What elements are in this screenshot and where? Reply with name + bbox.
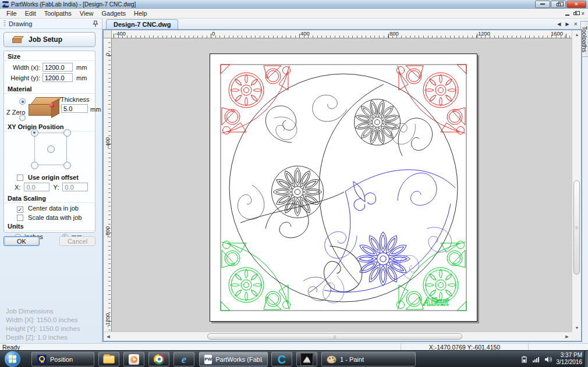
scroll-up-icon[interactable]: ▲: [572, 30, 582, 38]
partworks-icon: PW: [204, 355, 212, 364]
scroll-left-icon[interactable]: ◀: [104, 333, 113, 341]
corner-ornament-top-right: [397, 65, 467, 134]
corner-ornament-top-left: [221, 65, 291, 134]
x-offset-input[interactable]: [24, 183, 49, 191]
width-input[interactable]: [42, 63, 73, 72]
job-setup-form: Size Width (x): mm Height (y): mm Materi…: [3, 51, 95, 233]
tab-scroll-left-icon[interactable]: ◀: [557, 22, 561, 27]
job-dimensions-depth: Depth [Z]: 1.0 inches: [6, 333, 80, 341]
origin-top-right-radio[interactable]: [63, 129, 71, 137]
close-button[interactable]: ×: [566, 1, 586, 8]
scroll-right-icon[interactable]: ▶: [562, 333, 572, 341]
menu-edit[interactable]: Edit: [21, 9, 40, 17]
vruler-label: 0: [104, 46, 111, 63]
menu-file[interactable]: File: [2, 9, 21, 17]
center-data-label: Center data in job: [28, 205, 79, 212]
clock-time: 3:37 PM: [553, 352, 582, 359]
drawing-panel-title: Drawing: [9, 20, 32, 27]
material-zone: Z Zero Thickness (z): mm: [4, 95, 95, 122]
partworks-label: PartWorks (FabLa...: [215, 356, 263, 363]
canvas-region: Design-7 CNC.dwg ◀ ▶ × Toolpaths -400 0 …: [102, 19, 588, 343]
origin-top-left-radio[interactable]: [31, 129, 38, 137]
horizontal-ruler: -400 0 400 800 1200 1600: [112, 30, 572, 38]
drawing-area[interactable]: Alkut: [112, 38, 572, 332]
taskbar-button-position[interactable]: Position: [31, 352, 94, 366]
restore-icon: [557, 3, 561, 6]
position-app-icon: [37, 354, 47, 364]
minimize-button[interactable]: [535, 1, 550, 8]
title-bar: PW PartWorks (FabLab India) - [Design-7 …: [0, 0, 588, 9]
child-restore-icon[interactable]: [573, 12, 577, 15]
windows-logo-icon: [9, 355, 16, 363]
job-page: Alkut: [210, 54, 477, 322]
horizontal-scrollbar[interactable]: ◀ ▶: [104, 332, 572, 341]
origin-bottom-right-radio[interactable]: [63, 162, 71, 169]
document-tab-bar: Design-7 CNC.dwg ◀ ▶ ×: [102, 19, 588, 29]
z-zero-bottom-radio[interactable]: [19, 115, 26, 121]
menu-view[interactable]: View: [76, 9, 98, 17]
pin-icon[interactable]: [93, 20, 98, 27]
vertical-ruler: 0 -400 -800 -1200: [104, 38, 112, 332]
menu-gadgets[interactable]: Gadgets: [97, 9, 130, 17]
restore-button[interactable]: [551, 1, 566, 8]
child-minimize-icon[interactable]: [565, 15, 569, 16]
z-zero-top-radio[interactable]: [19, 98, 26, 105]
tab-design7[interactable]: Design-7 CNC.dwg: [106, 19, 178, 29]
tab-close-icon[interactable]: ×: [574, 20, 578, 27]
y-offset-input[interactable]: [62, 183, 88, 191]
window-title: PartWorks (FabLab India) - [Design-7 CNC…: [11, 1, 136, 8]
taskbar-button-explorer[interactable]: [98, 352, 119, 366]
scale-data-checkbox[interactable]: [17, 215, 23, 221]
job-dimensions-height: Height [Y]: 1150.0 inches: [6, 325, 80, 333]
vertical-scrollbar[interactable]: ▲ ▼: [572, 30, 581, 332]
start-button[interactable]: [5, 351, 20, 367]
material-section-label: Material: [4, 84, 95, 94]
panel-grip-icon[interactable]: [3, 20, 6, 27]
ok-button[interactable]: OK: [3, 236, 40, 246]
taskbar-button-chrome[interactable]: [148, 352, 169, 366]
job-setup-header: Job Setup: [3, 32, 95, 47]
taskbar-button-internet-explorer[interactable]: e: [173, 352, 194, 366]
paint-label: 1 - Paint: [340, 356, 364, 363]
center-data-checkbox[interactable]: ✓: [17, 206, 23, 213]
scroll-down-icon[interactable]: ▼: [572, 323, 582, 332]
taskbar-clock[interactable]: 3:37 PM 3/12/2016: [553, 352, 582, 366]
vertical-scroll-thumb[interactable]: [573, 180, 580, 275]
child-close-icon[interactable]: ×: [581, 11, 585, 17]
height-input[interactable]: [42, 73, 73, 82]
size-section-label: Size: [4, 51, 95, 61]
taskbar-button-paint[interactable]: 1 - Paint: [321, 352, 416, 366]
ruler-corner: [104, 30, 112, 38]
chrome-icon: [154, 354, 164, 365]
volume-icon[interactable]: [544, 356, 552, 363]
vruler-label: -800: [104, 223, 111, 241]
cnc-app-icon: [300, 353, 313, 366]
taskbar-button-partworks[interactable]: PW PartWorks (FabLa...: [199, 352, 268, 366]
width-label: Width (x):: [4, 64, 40, 71]
taskbar-button-c-app[interactable]: C: [271, 352, 292, 366]
origin-bottom-left-radio[interactable]: [31, 162, 38, 169]
media-player-icon: [129, 354, 139, 365]
network-icon[interactable]: [532, 356, 540, 363]
hruler-label: -400: [115, 30, 126, 37]
taskbar-button-media-player[interactable]: [123, 352, 144, 366]
horizontal-scroll-thumb[interactable]: [207, 333, 462, 340]
origin-diagram: [4, 133, 95, 171]
y-label: Y:: [53, 184, 59, 191]
taskbar: Position e PW PartWorks (FabLa... C: [0, 350, 588, 367]
menu-toolpaths[interactable]: Toolpaths: [40, 9, 76, 17]
tab-scroll-right-icon[interactable]: ▶: [565, 22, 569, 27]
app-logo-icon: PW: [2, 1, 9, 8]
origin-section-label: XY Origin Position: [4, 122, 95, 131]
thickness-unit: mm: [90, 106, 101, 113]
z-zero-marker-icon: [49, 103, 54, 108]
show-desktop-button[interactable]: [584, 351, 588, 367]
origin-offset-checkbox[interactable]: [17, 174, 23, 181]
menu-help[interactable]: Help: [130, 9, 151, 17]
thickness-input[interactable]: [61, 104, 88, 113]
origin-center-radio[interactable]: [47, 145, 55, 153]
battery-icon[interactable]: [521, 356, 528, 363]
cancel-button[interactable]: Cancel: [59, 236, 95, 246]
taskbar-button-cnc-app[interactable]: [296, 352, 317, 366]
hruler-label: 1200: [478, 30, 490, 37]
